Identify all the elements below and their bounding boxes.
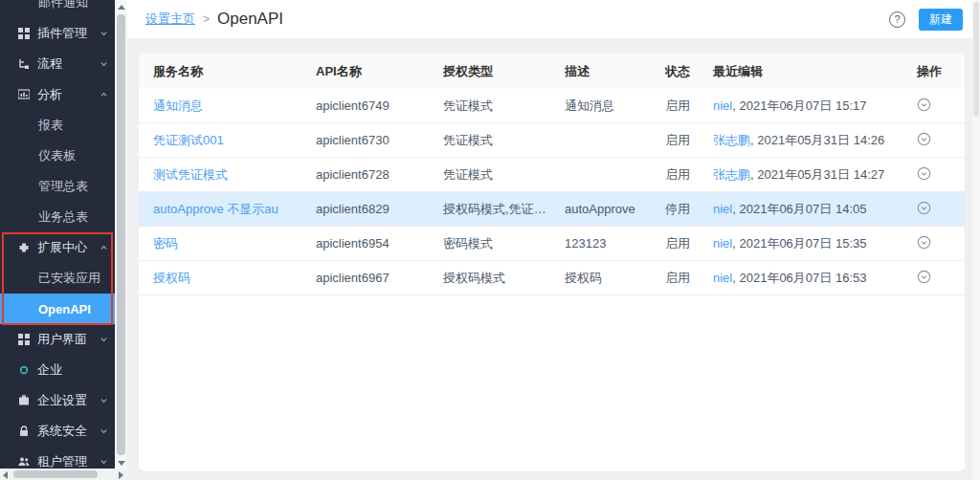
row-actions-button[interactable]: [917, 270, 931, 284]
scroll-left-arrow-icon[interactable]: [3, 471, 8, 479]
actions-cell: [917, 98, 965, 115]
edited-date: , 2021年06月07日 14:05: [732, 202, 866, 216]
sidebar-item-extension-center[interactable]: 扩展中心: [0, 232, 115, 263]
chevron-down-icon: [100, 30, 108, 38]
editor-link[interactable]: 张志鹏: [713, 133, 750, 147]
auth-type-cell: 密码模式: [443, 235, 565, 252]
chevron-down-icon: [100, 397, 108, 405]
service-name-cell: 测试凭证模式: [153, 166, 316, 184]
table-row[interactable]: 通知消息apiclient6749凭证模式通知消息启用niel, 2021年06…: [139, 89, 965, 123]
sidebar-item-label: 仪表板: [38, 147, 76, 164]
create-button[interactable]: 新建: [919, 9, 963, 31]
sidebar-item-label: 管理总表: [38, 178, 88, 195]
column-header: 状态: [665, 63, 713, 80]
sidebar-item-system-security[interactable]: 系统安全: [0, 416, 115, 447]
editor-link[interactable]: niel: [713, 271, 732, 285]
row-actions-button[interactable]: [917, 201, 931, 215]
service-name-link[interactable]: 凭证测试001: [153, 133, 224, 147]
extension-icon: [17, 242, 30, 254]
edited-date: , 2021年06月07日 15:17: [732, 98, 866, 113]
sidebar-item-dashboard[interactable]: 仪表板: [0, 141, 115, 171]
description-cell: 123123: [565, 236, 665, 251]
auth-type-cell: 凭证模式: [443, 166, 565, 184]
status-cell: 启用: [665, 98, 713, 115]
status-cell: 停用: [665, 201, 713, 218]
sidebar-item-enterprise-settings[interactable]: 企业设置: [0, 385, 115, 416]
vertical-scroll-thumb[interactable]: [117, 14, 125, 455]
scroll-up-arrow-icon[interactable]: [118, 5, 125, 10]
page-title: OpenAPI: [217, 10, 283, 29]
sidebar-item-business-summary[interactable]: 业务总表: [0, 202, 115, 232]
sidebar-item-label: 企业: [37, 361, 62, 379]
chevron-up-icon: [100, 91, 108, 99]
column-header: 操作: [917, 63, 965, 80]
status-cell: 启用: [665, 270, 713, 287]
sidebar-item-plugin-management[interactable]: 插件管理: [0, 18, 115, 49]
api-name-cell: apiclient6967: [316, 271, 443, 285]
chevron-down-icon: [100, 336, 108, 344]
row-actions-button[interactable]: [917, 132, 931, 146]
content-area: 服务名称API名称授权类型描述状态最近编辑操作 通知消息apiclient674…: [127, 38, 980, 480]
sidebar-item-reports[interactable]: 报表: [0, 110, 115, 141]
column-header: 描述: [565, 63, 665, 80]
status-cell: 启用: [665, 235, 713, 252]
chevron-down-icon: [100, 60, 108, 69]
sidebar-item-enterprise[interactable]: 企业: [0, 355, 115, 385]
table-row[interactable]: 授权码apiclient6967授权码模式授权码启用niel, 2021年06月…: [139, 261, 965, 295]
last-edited-cell: niel, 2021年06月07日 14:05: [713, 201, 917, 218]
app-window: 邮件通知插件管理流程分析报表仪表板管理总表业务总表扩展中心已安装应用OpenAP…: [0, 0, 980, 480]
editor-link[interactable]: niel: [713, 236, 732, 251]
sidebar-item-openapi[interactable]: OpenAPI: [0, 294, 115, 324]
main-scroll-thumb[interactable]: [973, 2, 979, 117]
column-header: 服务名称: [153, 63, 316, 80]
actions-cell: [917, 166, 965, 184]
auth-type-cell: 授权码模式: [443, 270, 565, 287]
horizontal-scroll-thumb[interactable]: [13, 470, 98, 478]
sidebar-item-management-summary[interactable]: 管理总表: [0, 171, 115, 202]
sidebar-item-analysis[interactable]: 分析: [0, 79, 115, 110]
sidebar-horizontal-scrollbar[interactable]: [0, 469, 127, 480]
editor-link[interactable]: niel: [713, 202, 732, 216]
api-name-cell: apiclient6829: [316, 202, 443, 216]
table-row[interactable]: 凭证测试001apiclient6730凭证模式启用张志鹏, 2021年05月3…: [139, 123, 965, 158]
actions-cell: [917, 132, 965, 149]
service-name-cell: 密码: [153, 235, 316, 252]
row-actions-button[interactable]: [917, 235, 931, 250]
sidebar-item-installed-apps[interactable]: 已安装应用: [0, 263, 115, 294]
breadcrumb-separator: >: [203, 12, 210, 26]
table-row[interactable]: 测试凭证模式apiclient6728凭证模式启用张志鹏, 2021年05月31…: [139, 158, 965, 192]
sidebar-item-label: 分析: [37, 86, 62, 103]
row-actions-button[interactable]: [917, 166, 931, 181]
main-vertical-scrollbar[interactable]: [972, 0, 980, 480]
service-name-link[interactable]: 测试凭证模式: [153, 167, 228, 182]
breadcrumb-settings-home-link[interactable]: 设置主页: [145, 11, 195, 28]
help-icon[interactable]: ?: [889, 11, 905, 28]
chevron-down-icon: [100, 458, 108, 467]
service-name-link[interactable]: 通知消息: [153, 98, 203, 113]
table-body: 通知消息apiclient6749凭证模式通知消息启用niel, 2021年06…: [139, 89, 965, 295]
editor-link[interactable]: 张志鹏: [713, 167, 750, 182]
service-name-link[interactable]: autoApprove 不显示au: [153, 202, 278, 216]
description-cell: 通知消息: [565, 98, 665, 115]
sidebar-item-workflow[interactable]: 流程: [0, 49, 115, 79]
table-row[interactable]: 密码apiclient6954密码模式123123启用niel, 2021年06…: [139, 227, 965, 261]
editor-link[interactable]: niel: [713, 98, 732, 113]
scroll-down-arrow-icon[interactable]: [118, 461, 125, 466]
service-name-link[interactable]: 密码: [153, 236, 178, 251]
sidebar-item-mail-notification[interactable]: 邮件通知: [0, 0, 115, 18]
edited-date: , 2021年06月07日 16:53: [732, 271, 866, 285]
row-actions-button[interactable]: [917, 98, 931, 112]
last-edited-cell: 张志鹏, 2021年05月31日 14:27: [713, 166, 917, 184]
service-name-cell: autoApprove 不显示au: [153, 201, 316, 218]
service-name-link[interactable]: 授权码: [153, 271, 190, 285]
auth-type-cell: 凭证模式: [443, 132, 565, 149]
sidebar: 邮件通知插件管理流程分析报表仪表板管理总表业务总表扩展中心已安装应用OpenAP…: [0, 0, 127, 480]
scroll-right-arrow-icon[interactable]: [119, 471, 123, 479]
sidebar-item-user-interface[interactable]: 用户界面: [0, 324, 115, 355]
sidebar-vertical-scrollbar[interactable]: [115, 0, 127, 469]
sidebar-item-label: 邮件通知: [38, 0, 88, 11]
table-row[interactable]: autoApprove 不显示auapiclient6829授权码模式,凭证模式…: [139, 192, 965, 227]
auth-type-cell: 凭证模式: [443, 98, 565, 115]
status-cell: 启用: [665, 132, 713, 149]
column-header: 授权类型: [443, 63, 565, 80]
